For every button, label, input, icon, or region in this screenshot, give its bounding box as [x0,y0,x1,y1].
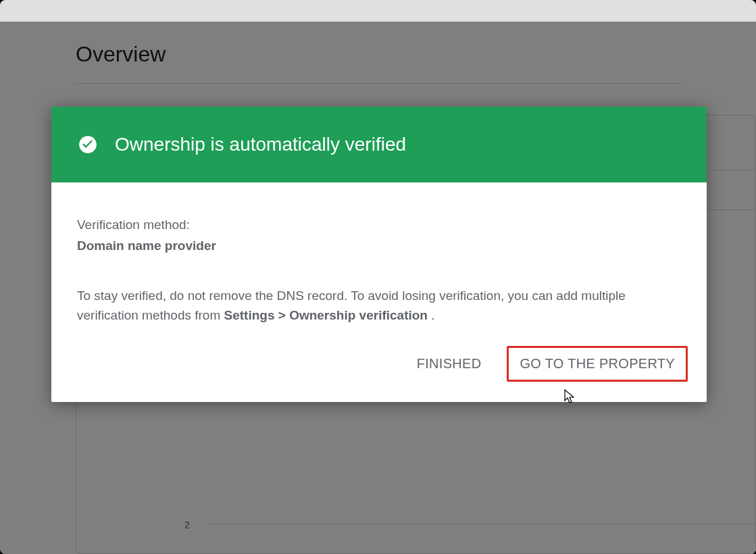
check-circle-icon [78,135,97,154]
verification-method-label: Verification method: [77,215,681,234]
dialog-actions: FINISHED GO TO THE PROPERTY [51,346,707,402]
browser-chrome-top [0,0,756,22]
finished-button[interactable]: FINISHED [406,348,493,380]
dialog-desc-suffix: . [428,308,435,322]
verification-dialog: Ownership is automatically verified Veri… [51,107,707,402]
tutorial-highlight: GO TO THE PROPERTY [507,346,688,382]
dialog-body: Verification method: Domain name provide… [51,182,707,346]
go-to-property-button[interactable]: GO TO THE PROPERTY [509,348,686,380]
dialog-description: To stay verified, do not remove the DNS … [77,286,681,326]
dialog-title: Ownership is automatically verified [115,134,406,155]
dialog-desc-path: Settings > Ownership verification [224,308,428,322]
dialog-header: Ownership is automatically verified [51,107,707,182]
verification-method-value: Domain name provider [77,236,681,255]
